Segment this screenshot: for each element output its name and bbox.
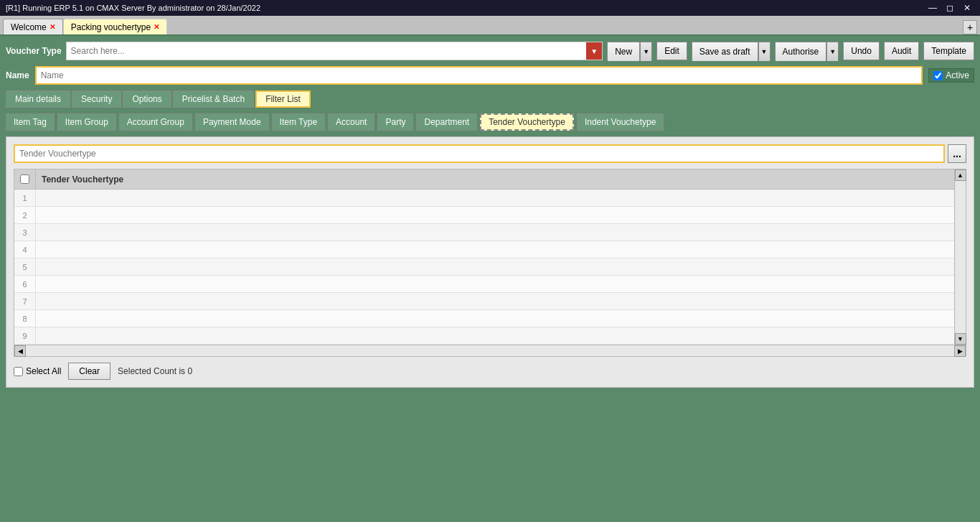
count-text: Selected Count is [118, 366, 185, 376]
voucher-type-label: Voucher Type [6, 46, 62, 56]
h-scroll-track[interactable] [26, 345, 954, 356]
voucher-type-search[interactable]: ▼ [66, 42, 603, 60]
main-area: Voucher Type ▼ New ▼ Edit Save as draft … [0, 36, 980, 522]
filter-panel: ... Tender Vouchertype 1 2 [6, 136, 974, 388]
clear-button[interactable]: Clear [68, 363, 110, 380]
search-input[interactable] [67, 42, 587, 60]
count-value: 0 [187, 366, 192, 376]
tab-packing-close[interactable]: ✕ [154, 23, 159, 31]
scroll-down-button[interactable]: ▼ [955, 333, 966, 345]
minimize-button[interactable]: — [925, 2, 940, 14]
tab-welcome[interactable]: Welcome ✕ [3, 19, 63, 34]
grid-scroll-area[interactable]: Tender Vouchertype 1 2 3 4 [14, 169, 954, 345]
scroll-up-button[interactable]: ▲ [955, 169, 966, 181]
filter-tab-indent-vouchetype[interactable]: Indent Vouchetype [577, 113, 664, 131]
count-label: Selected Count is 0 [118, 366, 192, 376]
tab-bar: Welcome ✕ Packing vouchertype ✕ + [0, 16, 980, 36]
vertical-scrollbar[interactable]: ▲ ▼ [954, 169, 966, 345]
tab-packing[interactable]: Packing vouchertype ✕ [63, 19, 167, 34]
table-row: 2 [14, 207, 954, 224]
grid-header-checkbox[interactable] [20, 174, 29, 184]
tab-welcome-close[interactable]: ✕ [50, 23, 55, 31]
table-row: 3 [14, 224, 954, 241]
active-checkbox[interactable] [933, 71, 943, 80]
panel-browse-button[interactable]: ... [948, 144, 966, 163]
table-row: 4 [14, 241, 954, 258]
undo-button[interactable]: Undo [843, 42, 880, 60]
filter-tab-item-group[interactable]: Item Group [57, 113, 116, 131]
authorise-button[interactable]: Authorise [776, 42, 827, 61]
name-row: Name Active [6, 66, 974, 85]
save-draft-dropdown-arrow[interactable]: ▼ [758, 42, 770, 61]
tab-packing-label: Packing vouchertype [71, 22, 151, 32]
select-all-container: Select All [14, 366, 61, 376]
filter-tab-department[interactable]: Department [416, 113, 477, 131]
bottom-controls: Select All Clear Selected Count is 0 [14, 363, 966, 380]
filter-tab-item-tag[interactable]: Item Tag [6, 113, 55, 131]
filter-tab-account[interactable]: Account [328, 113, 374, 131]
tab-security-label: Security [81, 94, 112, 104]
grid-header: Tender Vouchertype [14, 169, 954, 190]
window-controls: — ◻ ✕ [925, 2, 974, 14]
tab-options-label: Options [132, 94, 161, 104]
tab-filter-list-label: Filter List [265, 94, 301, 104]
name-input[interactable] [35, 66, 923, 85]
search-dropdown-button[interactable]: ▼ [586, 42, 602, 60]
filter-tab-account-group[interactable]: Account Group [119, 113, 192, 131]
window-title: [R1] Running ERP 5.1 on CMAX Server By a… [6, 4, 260, 12]
table-row: 5 [14, 258, 954, 276]
table-row: 6 [14, 276, 954, 293]
filter-tabs: Item Tag Item Group Account Group Paymen… [6, 113, 974, 131]
grid-header-tender-vouchertype: Tender Vouchertype [36, 169, 954, 189]
title-bar: [R1] Running ERP 5.1 on CMAX Server By a… [0, 0, 980, 16]
select-all-checkbox[interactable] [14, 367, 23, 376]
new-dropdown-arrow[interactable]: ▼ [640, 42, 651, 61]
tab-filter-list[interactable]: Filter List [255, 90, 311, 108]
authorise-dropdown-arrow[interactable]: ▼ [826, 42, 838, 61]
save-draft-button[interactable]: Save as draft [692, 42, 758, 61]
grid-container: Tender Vouchertype 1 2 3 4 [14, 169, 966, 345]
authorise-button-group: Authorise ▼ [775, 42, 839, 60]
edit-button[interactable]: Edit [656, 42, 687, 60]
close-button[interactable]: ✕ [960, 2, 974, 14]
template-button[interactable]: Template [923, 42, 974, 60]
scroll-track[interactable] [956, 181, 966, 333]
tab-options[interactable]: Options [123, 90, 171, 108]
new-button-group: New ▼ [607, 42, 652, 60]
tab-welcome-label: Welcome [11, 22, 47, 32]
maximize-button[interactable]: ◻ [943, 2, 957, 14]
save-draft-button-group: Save as draft ▼ [692, 42, 771, 60]
filter-tab-payment-mode[interactable]: Payment Mode [195, 113, 269, 131]
scroll-right-button[interactable]: ▶ [954, 345, 966, 357]
grid-header-checkbox-cell [14, 169, 36, 189]
filter-tab-item-type[interactable]: Item Type [272, 113, 325, 131]
table-row: 7 [14, 293, 954, 310]
new-button[interactable]: New [608, 42, 640, 61]
table-row: 1 [14, 190, 954, 207]
select-all-label: Select All [26, 366, 61, 376]
scroll-left-button[interactable]: ◀ [14, 345, 26, 357]
tab-add-button[interactable]: + [963, 20, 977, 34]
panel-search-row: ... [14, 144, 966, 163]
tab-security[interactable]: Security [72, 90, 121, 108]
horizontal-scrollbar[interactable]: ◀ ▶ [14, 345, 966, 357]
name-label: Name [6, 70, 29, 80]
tab-pricelist-label: Pricelist & Batch [182, 94, 245, 104]
active-label: Active [946, 70, 969, 80]
audit-button[interactable]: Audit [884, 42, 919, 60]
tab-main-details[interactable]: Main details [6, 90, 70, 108]
table-row: 8 [14, 310, 954, 327]
filter-tab-party[interactable]: Party [377, 113, 413, 131]
toolbar: Voucher Type ▼ New ▼ Edit Save as draft … [6, 42, 974, 60]
tab-main-details-label: Main details [15, 94, 61, 104]
table-row: 9 [14, 327, 954, 345]
panel-search-input[interactable] [14, 144, 945, 163]
tab-pricelist[interactable]: Pricelist & Batch [173, 90, 254, 108]
sub-tabs: Main details Security Options Pricelist … [6, 90, 974, 108]
filter-tab-tender-vouchertype[interactable]: Tender Vouchertype [480, 113, 574, 131]
active-container: Active [928, 68, 974, 83]
